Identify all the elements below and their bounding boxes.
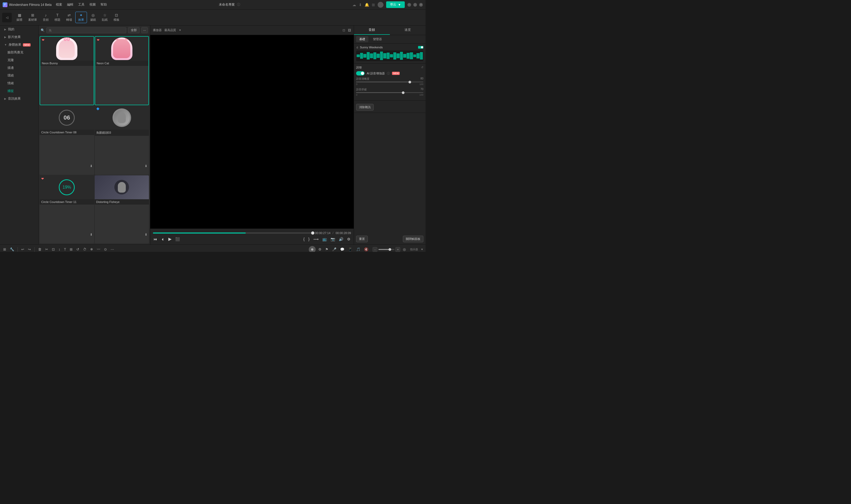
- fit-view-button[interactable]: ◎: [402, 247, 407, 252]
- menu-edit[interactable]: 編輯: [67, 2, 73, 7]
- app-logo: F Wondershare Filmora 14 Beta: [3, 2, 52, 7]
- export-button[interactable]: 導出 ▼: [386, 1, 405, 8]
- portrait-icon[interactable]: 🖼: [348, 29, 351, 32]
- mark-in-button[interactable]: {: [303, 236, 305, 242]
- tl-flag-button[interactable]: ⚑: [324, 247, 330, 252]
- indicator-dropdown[interactable]: ▼: [421, 248, 423, 251]
- sidebar-item-body-effect[interactable]: ▼ 身體效果 NEW: [0, 41, 38, 49]
- sidebar-item-loop[interactable]: 環繞: [0, 72, 38, 79]
- sidebar-item-emotion[interactable]: 情緒: [0, 79, 38, 87]
- settings-button[interactable]: ⚙: [347, 236, 351, 242]
- snapshot-button[interactable]: 📷: [330, 236, 336, 242]
- tab-transition[interactable]: ⇄ 轉場: [64, 12, 75, 23]
- tl-screen-button[interactable]: 📱: [347, 247, 353, 252]
- effect-item-neon-bunny[interactable]: ❤ Neon Bunny: [40, 36, 94, 105]
- tab-effects[interactable]: ✦ 效果: [75, 12, 87, 23]
- smooth-button[interactable]: 〰: [96, 247, 101, 252]
- speed-button[interactable]: ⏱: [82, 247, 87, 252]
- sidebar-item-trace[interactable]: 描邊: [0, 64, 38, 72]
- tab-media[interactable]: ▦ 媒體: [14, 12, 25, 23]
- minimize-button[interactable]: ─: [407, 3, 411, 7]
- freeze-button[interactable]: ❄: [89, 247, 94, 252]
- text-button[interactable]: T: [63, 247, 67, 252]
- sidebar-item-face[interactable]: 臉部馬賽克: [0, 49, 38, 56]
- tab-title[interactable]: T 標題: [52, 12, 63, 23]
- undo-button[interactable]: ↩: [20, 247, 25, 252]
- tab-audio[interactable]: ♪ 音頻: [40, 12, 51, 23]
- tl-music-button[interactable]: 🎵: [355, 247, 361, 252]
- close-panel-button[interactable]: 關閉幀面板: [403, 236, 423, 242]
- progress-bar[interactable]: [153, 233, 313, 234]
- pip-button[interactable]: ⊞: [69, 247, 74, 252]
- noise-remove-section: 消除雜訊: [354, 101, 426, 113]
- magnet-button[interactable]: 🔧: [9, 247, 15, 252]
- add-track-button[interactable]: ⊞: [2, 247, 7, 252]
- tl-record-button[interactable]: ⏺: [309, 246, 316, 252]
- zoom-minus-button[interactable]: -: [372, 247, 377, 252]
- close-button[interactable]: ✕: [419, 3, 423, 7]
- voice-clarity-track[interactable]: [356, 82, 423, 83]
- clone-label: 克隆: [7, 58, 14, 62]
- circle-08-thumb: 06: [40, 106, 94, 130]
- fisheye-label: 魚眼鏡頭03: [95, 130, 149, 136]
- noise-remove-button[interactable]: 消除雜訊: [356, 104, 374, 110]
- step-back-button[interactable]: ⏴: [160, 236, 165, 242]
- rewind-button[interactable]: ⏮: [153, 236, 158, 242]
- tab-material[interactable]: ⊞ 素材庫: [25, 12, 40, 23]
- effect-item-distort[interactable]: ⬇ Distorting Fisheye: [95, 175, 149, 244]
- sidebar-item-clone[interactable]: 克隆: [0, 56, 38, 64]
- sidebar-item-audio-effect[interactable]: ▶ 音訊效果: [0, 95, 38, 103]
- tab-template[interactable]: ⊡ 模板: [111, 12, 122, 23]
- stop-button[interactable]: ⬛: [175, 236, 180, 242]
- tl-vol-minus-button[interactable]: 🔇: [363, 247, 369, 252]
- play-button[interactable]: ▶: [168, 236, 172, 242]
- menu-view[interactable]: 視圖: [89, 2, 96, 7]
- subtab-voice-changer[interactable]: 變聲器: [370, 36, 385, 42]
- tl-settings-button[interactable]: ⚙: [317, 247, 323, 252]
- volume-button[interactable]: 🔊: [338, 236, 344, 242]
- effect-item-circle-11[interactable]: 19% ❤ ⬇ Circle Countdown Timer 11: [40, 175, 94, 244]
- subtab-basic[interactable]: 基礎: [356, 36, 368, 42]
- zoom-slider[interactable]: [378, 249, 394, 250]
- effect-grid: ❤ Neon Bunny ❤ Neon Cat: [38, 35, 150, 245]
- tl-mic-button[interactable]: 🎤: [331, 247, 337, 252]
- voice-soothe-track[interactable]: [356, 92, 423, 93]
- delete-button[interactable]: 🗑: [37, 247, 42, 252]
- material-icon: ⊞: [31, 13, 34, 17]
- dual-preview-icon[interactable]: ⊡: [343, 29, 345, 32]
- menu-help[interactable]: 幫助: [101, 2, 107, 7]
- tab-speed-right[interactable]: 速度: [390, 25, 426, 35]
- search-input[interactable]: [46, 28, 126, 33]
- adjust-reset-icon: ↺: [421, 66, 423, 70]
- tab-sticker[interactable]: ☆ 貼紙: [99, 12, 110, 23]
- effect-item-circle-08[interactable]: 06 ⬇ Circle Countdown Timer 08: [40, 106, 94, 175]
- sidebar-toggle[interactable]: ◁: [2, 13, 12, 22]
- maximize-button[interactable]: □: [413, 3, 417, 7]
- zoom-plus-button[interactable]: +: [396, 247, 400, 252]
- crop-button[interactable]: ⊡: [51, 247, 56, 252]
- monitor-button[interactable]: 📺: [322, 236, 327, 242]
- mark-out-button[interactable]: }: [308, 236, 310, 242]
- audio-mix-button[interactable]: ↕: [57, 247, 62, 252]
- loop-button[interactable]: ↺: [75, 247, 80, 252]
- menu-tools[interactable]: 工具: [78, 2, 85, 7]
- filter-button[interactable]: 全部: [128, 27, 140, 33]
- menu-file[interactable]: 檔案: [56, 2, 62, 7]
- more-tl-button[interactable]: ⋯: [109, 247, 115, 252]
- clip-speed-button[interactable]: ⟿: [313, 236, 319, 242]
- tab-audio-right[interactable]: 音頻: [354, 25, 390, 35]
- tl-subtitle-button[interactable]: 💬: [339, 247, 345, 252]
- ai-toggle[interactable]: [356, 71, 365, 75]
- nav-tabs: ◁ ▦ 媒體 ⊞ 素材庫 ♪ 音頻 T 標題 ⇄ 轉場 ✦ 效果 ◎ 濾鏡 ☆ …: [0, 10, 426, 25]
- scissors-button[interactable]: ✂: [44, 247, 49, 252]
- sidebar-item-video-effect[interactable]: ▶ 影片效果: [0, 33, 38, 41]
- tab-filter[interactable]: ◎ 濾鏡: [87, 12, 99, 23]
- redo-button[interactable]: ↪: [27, 247, 32, 252]
- effect-item-neon-cat[interactable]: ❤ Neon Cat: [95, 36, 149, 105]
- morph-button[interactable]: ⊙: [103, 247, 108, 252]
- effect-item-fisheye-03[interactable]: 🔷 ⬇ 魚眼鏡頭03: [95, 106, 149, 175]
- sidebar-item-my[interactable]: ▶ 我的: [0, 25, 38, 33]
- sidebar-item-filter-nav[interactable]: 捕捉: [0, 87, 38, 95]
- more-button[interactable]: ···: [141, 27, 148, 33]
- reset-button[interactable]: 重置: [356, 236, 368, 242]
